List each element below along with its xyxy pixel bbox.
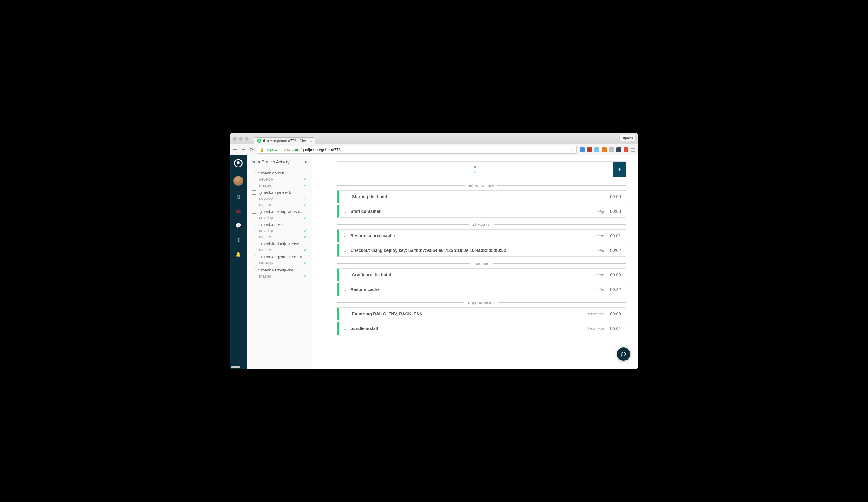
user-avatar[interactable] (234, 176, 243, 186)
help-fab-button[interactable] (617, 348, 630, 361)
repo-name: tijmenb/stoxpop-webse... (258, 209, 302, 214)
bookmark-star-icon[interactable]: ☆ (570, 147, 574, 152)
extension-icon[interactable] (580, 147, 585, 152)
build-step[interactable]: ⌄bundle installinference00:01 (337, 322, 626, 335)
extension-icon[interactable] (602, 147, 607, 152)
chevron-down-icon: ⌄ (343, 326, 347, 331)
repo-list: tijmenb/goboatdevelop✓master✓tijmenb/mrj… (247, 169, 312, 279)
container-index: 0 (340, 165, 610, 169)
check-icon: ✓ (303, 234, 307, 239)
extension-icon[interactable] (587, 147, 592, 152)
add-container-button[interactable]: + (613, 162, 626, 177)
notifications-icon[interactable]: 🔔 (235, 251, 241, 257)
projects-icon[interactable]: ⧉ (237, 194, 240, 200)
repo-item[interactable]: tijmenb/dagjeamsterdam (247, 253, 312, 260)
tab-close-icon[interactable]: × (310, 139, 313, 143)
content-area: ⧉ 🐞 💬 ⊕ 🔔 → Your Branch Activity ▼ tijme… (230, 155, 638, 369)
repo-item[interactable]: tijmenb/goboat (247, 169, 312, 176)
build-step[interactable]: ⌄Restore source cachecache00:01 (337, 229, 626, 242)
traffic-zoom[interactable] (245, 137, 249, 141)
repo-item[interactable]: tijmenb/mrjones-rb (247, 188, 312, 195)
branch-name: master (259, 183, 271, 188)
repo-item[interactable]: tijmenb/stoxpop-webse... (247, 208, 312, 214)
branch-item[interactable]: master✓ (247, 273, 312, 279)
circleci-logo-icon[interactable] (234, 159, 242, 168)
build-step: Exporting RAILS_ENV, RACK_ENVinference00… (337, 308, 626, 320)
step-tag: config (593, 209, 604, 214)
branch-item[interactable]: develop✓ (247, 195, 312, 201)
step-tag: config (593, 248, 604, 253)
browser-tab[interactable]: ✓ tijmenb/goboat #773 - Circ × (254, 137, 315, 144)
container-tab[interactable]: 0 ✓ (337, 162, 613, 177)
build-step[interactable]: ⌄Checkout using deploy key: 56:fb:b7:90:… (337, 244, 626, 257)
traffic-close[interactable] (233, 137, 237, 141)
build-sections: infrastructureStarting the build00:00⌄St… (337, 183, 626, 335)
repo-icon (252, 268, 256, 272)
step-title: bundle install (351, 326, 584, 331)
build-step[interactable]: ⌄Start containerconfig00:03 (337, 205, 626, 218)
check-icon: ✓ (303, 228, 307, 233)
check-icon: ✓ (303, 273, 307, 279)
section-label: checkout (473, 222, 490, 227)
expand-rail-icon[interactable]: → (236, 358, 240, 363)
address-bar[interactable]: 🔒 https://circleci.com/gh/tijmenb/goboat… (257, 146, 577, 154)
branch-item[interactable]: master✓ (247, 234, 312, 240)
horizontal-scrollbar[interactable] (231, 366, 240, 368)
container-selector: 0 ✓ + (337, 161, 626, 178)
chevron-down-icon: ⌄ (343, 248, 347, 253)
step-duration: 00:00 (610, 272, 621, 277)
section-label: machine (473, 261, 489, 266)
chevron-down-icon: ⌄ (343, 234, 347, 238)
branch-activity-dropdown[interactable]: Your Branch Activity ▼ (247, 155, 312, 169)
section-divider: infrastructure (337, 183, 626, 188)
forward-button[interactable]: → (241, 147, 246, 153)
check-icon: ✓ (303, 260, 307, 265)
branch-item[interactable]: develop✓ (247, 176, 312, 182)
build-step[interactable]: ⌄Restore cachecache00:22 (337, 283, 626, 296)
url-host: circleci.com (279, 147, 299, 152)
step-duration: 00:22 (610, 287, 621, 292)
extension-icon[interactable] (609, 147, 614, 152)
traffic-minimize[interactable] (239, 137, 242, 141)
chevron-down-icon: ⌄ (343, 287, 347, 292)
branch-item[interactable]: master✓ (247, 182, 312, 188)
extension-icon[interactable] (616, 147, 621, 152)
sidebar-header-label: Your Branch Activity (252, 160, 290, 164)
branch-name: master (259, 274, 271, 279)
extension-icon[interactable] (594, 147, 599, 152)
browser-toolbar: ← → ⟳ 🔒 https://circleci.com/gh/tijmenb/… (230, 144, 638, 155)
branch-name: develop (259, 229, 273, 233)
repo-name: tijmenb/kadootjr-webse... (258, 242, 303, 246)
check-icon: ✓ (303, 247, 307, 252)
repo-icon (252, 255, 256, 259)
reload-button[interactable]: ⟳ (249, 147, 254, 153)
main-content: 0 ✓ + infrastructureStarting the build00… (312, 155, 638, 369)
help-chat-icon (621, 351, 626, 357)
repo-icon (252, 171, 256, 175)
extension-icon[interactable] (623, 147, 629, 152)
extension-icons: ☰ (580, 147, 636, 152)
repo-item[interactable]: tijmenb/kadootjr-webse... (247, 240, 312, 247)
menu-icon[interactable]: ☰ (631, 147, 636, 152)
titlebar: ✓ tijmenb/goboat #773 - Circ × Tijmen (230, 133, 638, 144)
chat-icon[interactable]: 💬 (235, 223, 241, 229)
step-duration: 00:02 (610, 248, 621, 253)
branch-item[interactable]: master✓ (247, 201, 312, 208)
profile-badge[interactable]: Tijmen (619, 135, 636, 141)
branch-item[interactable]: develop✓ (247, 228, 312, 234)
section-divider: dependencies (337, 300, 626, 305)
branch-item[interactable]: develop✓ (247, 214, 312, 221)
step-tag: inference (588, 326, 604, 331)
repo-item[interactable]: tijmenb/kadootjr-tips (247, 266, 312, 273)
nav-rail: ⧉ 🐞 💬 ⊕ 🔔 → (230, 155, 247, 369)
branch-name: master (259, 202, 271, 207)
repo-name: tijmenb/goboat (258, 171, 285, 175)
add-icon[interactable]: ⊕ (237, 237, 240, 243)
section-label: dependencies (468, 300, 495, 305)
branch-item[interactable]: master✓ (247, 247, 312, 253)
repo-item[interactable]: tijmenb/spiked (247, 221, 312, 228)
back-button[interactable]: ← (232, 147, 238, 153)
step-tag: cache (593, 234, 604, 238)
insights-icon[interactable]: 🐞 (235, 208, 241, 214)
branch-item[interactable]: develop✓ (247, 260, 312, 266)
